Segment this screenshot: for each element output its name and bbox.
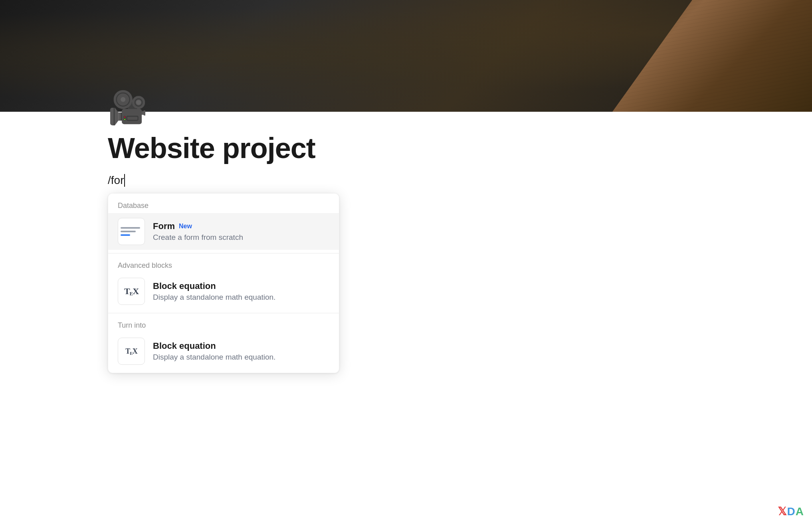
form-new-badge: New: [179, 223, 192, 230]
slash-command-input[interactable]: /for: [108, 174, 704, 187]
tex-glyph-turninto: TEX: [125, 347, 137, 356]
block-equation-turninto-description: Display a standalone math equation.: [153, 353, 329, 362]
block-equation-turninto-text: Block equation Display a standalone math…: [153, 341, 329, 362]
form-icon: [118, 218, 145, 245]
menu-section-database: Database Form New Create a form fr: [108, 194, 339, 253]
menu-item-block-equation-turninto[interactable]: TEX Block equation Display a standalone …: [108, 333, 339, 370]
page-emoji[interactable]: 🎥: [108, 92, 148, 124]
xda-d-letter: D: [787, 505, 796, 518]
tex-icon-turninto: TEX: [118, 338, 145, 365]
slash-command-text: /for: [108, 174, 124, 187]
menu-section-turninto: Turn into TEX Block equation Display a s…: [108, 313, 339, 373]
xda-x-letter: 𝕏: [778, 505, 787, 518]
block-equation-advanced-text: Block equation Display a standalone math…: [153, 281, 329, 302]
form-item-text: Form New Create a form from scratch: [153, 221, 329, 242]
xda-watermark: 𝕏 D A: [778, 505, 804, 518]
slash-command-dropdown: Database Form New Create a form fr: [108, 193, 339, 373]
section-label-advanced: Advanced blocks: [108, 260, 339, 273]
form-item-title: Form: [153, 221, 175, 231]
text-cursor: [124, 174, 125, 187]
form-item-description: Create a form from scratch: [153, 233, 329, 242]
menu-item-form[interactable]: Form New Create a form from scratch: [108, 213, 339, 250]
menu-item-block-equation-advanced[interactable]: TEX Block equation Display a standalone …: [108, 273, 339, 310]
block-equation-turninto-title: Block equation: [153, 341, 216, 351]
tex-glyph-advanced: TEX: [124, 286, 139, 297]
xda-a-letter: A: [796, 505, 804, 518]
block-equation-advanced-description: Display a standalone math equation.: [153, 293, 329, 302]
page-title: Website project: [108, 132, 704, 164]
section-label-turninto: Turn into: [108, 320, 339, 333]
page-content: 🎥 Website project /for Database: [0, 112, 812, 373]
tex-icon-advanced: TEX: [118, 278, 145, 305]
block-equation-advanced-title: Block equation: [153, 281, 216, 291]
menu-section-advanced: Advanced blocks TEX Block equation Displ…: [108, 253, 339, 313]
section-label-database: Database: [108, 200, 339, 213]
hero-wood-texture: [612, 0, 812, 112]
